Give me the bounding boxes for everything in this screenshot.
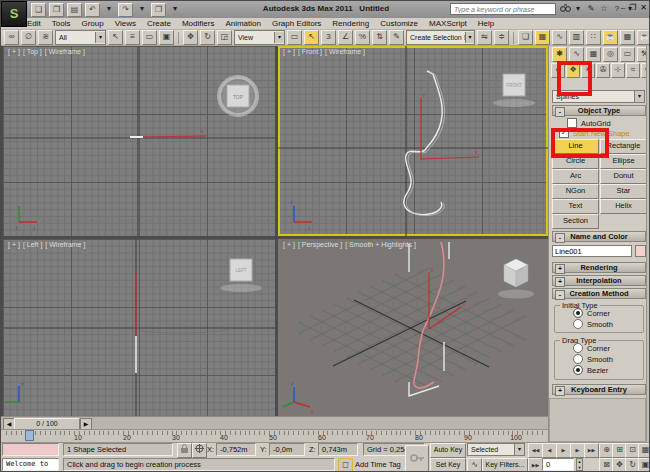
drag-type-smooth[interactable]: Smooth [573, 354, 613, 364]
selection-lock-icon[interactable] [177, 443, 192, 458]
rollout-rendering[interactable]: +Rendering [552, 262, 646, 273]
menu-maxscript[interactable]: MAXScript [429, 19, 467, 28]
button-section[interactable]: Section [552, 214, 599, 229]
category-spacewarps-icon[interactable]: ≈ [626, 63, 640, 78]
go-to-start-icon[interactable]: ◀◀ [528, 443, 543, 458]
menu-create[interactable]: Create [147, 19, 171, 28]
set-key-button[interactable]: Set Key [430, 458, 466, 472]
viewcube-front[interactable]: FRONT [493, 74, 535, 107]
restore-button[interactable]: ❐ [629, 3, 636, 12]
rollout-name-and-color[interactable]: -Name and Color [552, 231, 646, 242]
initial-type-smooth[interactable]: Smooth [573, 319, 613, 329]
go-to-end-icon[interactable]: ▶▶ [584, 443, 599, 458]
viewport-top[interactable]: [ + ] [ Top ] [ Wireframe ] x TOP z [3, 46, 275, 236]
current-frame-field[interactable]: 0 [542, 458, 574, 471]
percent-snap-icon[interactable]: % [355, 30, 370, 45]
mirror-icon[interactable]: ⇋ [477, 30, 492, 45]
menu-help[interactable]: Help [478, 19, 494, 28]
viewport-front-name[interactable]: [ Front ] [298, 48, 322, 55]
tab-display-icon[interactable]: ▭ [620, 47, 635, 62]
menu-modifiers[interactable]: Modifiers [182, 19, 214, 28]
frame-spinner[interactable]: ▲▼ [576, 458, 583, 471]
menu-customize[interactable]: Customize [380, 19, 418, 28]
viewport-top-menu[interactable]: [ + ] [8, 48, 20, 55]
select-by-name-icon[interactable]: ≡ [125, 30, 140, 45]
snap-toggle-icon[interactable]: 3 [321, 30, 336, 45]
viewport-persp-shading[interactable]: [ Smooth + Highlights ] [345, 241, 416, 248]
key-filters-curve-icon[interactable]: ∿ [467, 458, 482, 472]
key-mode-toggle-icon[interactable]: ▶▶ [528, 458, 543, 472]
autogrid-checkbox[interactable] [567, 118, 577, 128]
isolate-selection-icon[interactable]: ◻ [338, 458, 353, 472]
select-and-rotate-icon[interactable]: ↻ [200, 30, 215, 45]
button-donut[interactable]: Donut [600, 169, 647, 184]
align-icon[interactable]: ≑ [494, 30, 509, 45]
named-selection-sets-dropdown[interactable]: Create Selection Se ▾ [406, 30, 475, 45]
x-coordinate-field[interactable]: -0,752m [216, 443, 256, 456]
favorites-star-icon[interactable]: ☆ [598, 3, 610, 15]
rollout-interpolation[interactable]: +Interpolation [552, 275, 646, 286]
select-object-icon[interactable]: ↖ [108, 30, 123, 45]
menu-graph-editors[interactable]: Graph Editors [272, 19, 321, 28]
button-text[interactable]: Text [552, 199, 599, 214]
previous-frame-icon[interactable]: ◀ [542, 443, 557, 458]
radio-drag-bezier[interactable] [573, 365, 583, 375]
viewcube-top[interactable]: TOP [219, 77, 257, 115]
search-input[interactable] [450, 3, 556, 15]
viewport-left-canvas[interactable]: LEFT z [3, 239, 275, 416]
menu-tools[interactable]: Tools [52, 19, 71, 28]
add-time-tag[interactable]: Add Time Tag [355, 458, 401, 471]
dropdown-arrow-icon[interactable]: ▾ [274, 32, 284, 43]
schematic-view-icon[interactable]: ▥ [569, 30, 584, 45]
dropdown-arrow-icon[interactable]: ▾ [465, 32, 474, 43]
select-and-move-icon[interactable]: ✥ [183, 30, 198, 45]
select-and-link-icon[interactable]: ∞ [4, 30, 19, 45]
radio-drag-smooth[interactable] [573, 354, 583, 364]
communication-center-icon[interactable]: ✎ [585, 3, 597, 15]
viewport-persp-name[interactable]: [ Perspective ] [298, 241, 342, 248]
spinner-snap-icon[interactable]: ⇅ [372, 30, 387, 45]
viewport-top-shading[interactable]: [ Wireframe ] [45, 48, 85, 55]
tab-motion-icon[interactable]: ◎ [603, 47, 618, 62]
viewport-left[interactable]: [ + ] [ Left ] [ Wireframe ] LEFT [3, 239, 275, 416]
graphite-modeling-icon[interactable]: ▦ [535, 30, 550, 45]
key-mode-dropdown[interactable]: Selected▾ [467, 443, 525, 456]
play-animation-icon[interactable]: ▶ [556, 443, 571, 458]
close-button[interactable]: ✕ [640, 3, 647, 12]
button-helix[interactable]: Helix [600, 199, 647, 214]
search-binoculars-icon[interactable] [559, 3, 571, 15]
layer-manager-icon[interactable]: ❏ [518, 30, 533, 45]
z-coordinate-field[interactable]: 0,743m [318, 443, 358, 456]
search-dropdown-icon[interactable]: ▾ [572, 3, 584, 15]
use-pivot-center-icon[interactable]: ▭ [287, 30, 302, 45]
rollout-creation-method[interactable]: -Creation Method [552, 288, 646, 299]
key-filters-button[interactable]: Key Filters... [482, 458, 528, 472]
menu-animation[interactable]: Animation [225, 19, 261, 28]
tab-modify-icon[interactable]: ∿ [569, 47, 584, 62]
maxscript-mini-listener-output[interactable]: Welcome to M [2, 458, 59, 471]
rectangular-selection-region-icon[interactable]: ▭ [142, 30, 157, 45]
zoom-extents-all-icon[interactable]: ▦ [638, 443, 650, 458]
menu-edit[interactable]: Edit [27, 19, 41, 28]
maximize-viewport-toggle-icon[interactable]: ▣ [638, 458, 650, 472]
select-and-scale-icon[interactable]: ◲ [217, 30, 232, 45]
button-ngon[interactable]: NGon [552, 184, 599, 199]
button-arc[interactable]: Arc [552, 169, 599, 184]
bind-to-spacewarp-icon[interactable]: ≋ [38, 30, 53, 45]
viewcube-left[interactable]: LEFT [220, 259, 262, 292]
viewport-top-name[interactable]: [ Top ] [23, 48, 42, 55]
dropdown-arrow-icon[interactable]: ▾ [634, 91, 644, 102]
radio-initial-corner[interactable] [573, 308, 583, 318]
viewport-persp-canvas[interactable]: y x z x [278, 239, 548, 416]
unlink-selection-icon[interactable]: ∅ [21, 30, 36, 45]
viewport-front[interactable]: [ + ] [ Front ] [ Wireframe ] y x FRONT [278, 46, 548, 236]
dropdown-arrow-icon[interactable]: ▾ [514, 444, 524, 455]
rollout-keyboard-entry[interactable]: +Keyboard Entry [552, 384, 646, 395]
viewport-perspective[interactable]: [ + ] [ Perspective ] [ Smooth + Highlig… [278, 239, 548, 416]
track-bar-ruler[interactable]: 0 10 20 30 40 50 60 70 80 90 100 [1, 429, 548, 442]
radio-drag-corner[interactable] [573, 343, 583, 353]
viewport-front-menu[interactable]: [ + ] [283, 48, 295, 55]
tab-hierarchy-icon[interactable]: ▦ [586, 47, 601, 62]
viewport-persp-menu[interactable]: [ + ] [283, 241, 295, 248]
tab-create-icon[interactable]: ✱ [552, 47, 567, 62]
